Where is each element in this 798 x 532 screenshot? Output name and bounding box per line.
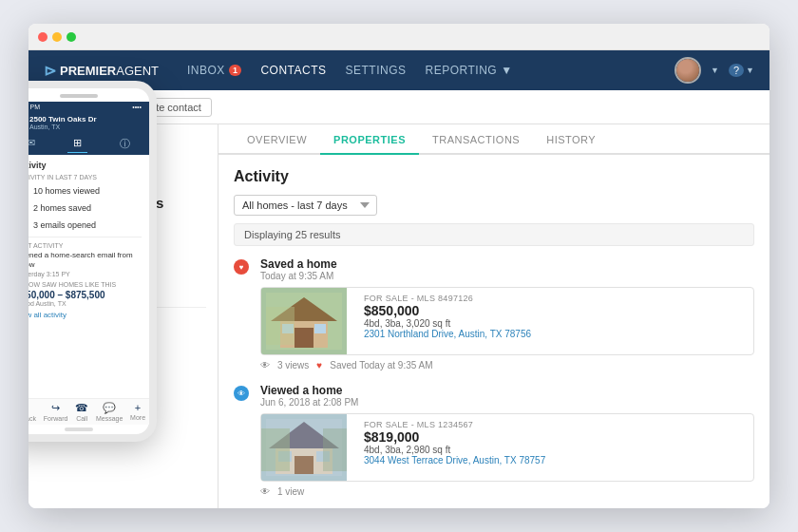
tab-overview-label: OVERVIEW xyxy=(247,134,307,145)
svg-rect-12 xyxy=(294,456,314,474)
phone-footer-forward[interactable]: ↪ Forward xyxy=(44,402,68,422)
viewed-eye-icon: 👁 xyxy=(234,386,249,401)
svg-rect-15 xyxy=(261,428,290,471)
saved-heart-icon: ♥ xyxy=(234,259,249,275)
tab-transactions[interactable]: TRANSACTIONS xyxy=(419,124,533,155)
phone-speaker xyxy=(60,94,98,98)
phone-tab-envelope[interactable]: ✉ xyxy=(28,135,41,153)
phone-view-all[interactable]: View all activity xyxy=(28,311,142,319)
phone-footer-message-label: Message xyxy=(96,415,123,422)
browser-dot-yellow[interactable] xyxy=(52,32,62,42)
nav-right: ▼ ? ▼ xyxy=(674,57,754,84)
listing-stats-2: 👁 1 view xyxy=(260,486,754,497)
tab-history-label: HISTORY xyxy=(546,134,596,145)
activity-action-1: Saved a home xyxy=(260,257,754,271)
tab-transactions-label: TRANSACTIONS xyxy=(432,134,520,145)
listing-stats-1: 👁 3 views ♥ Saved Today at 9:35 AM xyxy=(260,360,754,370)
phone-tab-info[interactable]: ⓘ xyxy=(114,135,136,153)
phone-home-button[interactable] xyxy=(65,428,93,431)
phone-time: 1:30 PM xyxy=(28,104,40,110)
browser-window: ⊳ PREMIERAGENT INBOX 1 CONTACTS SETTINGS… xyxy=(28,24,770,508)
activity-content-2: Viewed a home Jun 6, 2018 at 2:08 PM xyxy=(260,384,754,497)
browser-dot-green[interactable] xyxy=(66,32,76,42)
activity-section: Activity All homes - last 7 days All hom… xyxy=(218,155,770,508)
detail-tabs: OVERVIEW PROPERTIES TRANSACTIONS HISTORY xyxy=(218,124,770,155)
activity-date-2: Jun 6, 2018 at 2:08 PM xyxy=(260,397,754,408)
phone-section-title: Activity xyxy=(28,161,142,170)
listing-photo-1 xyxy=(261,288,347,354)
listing-label-2: FOR SALE - MLS 1234567 xyxy=(364,420,746,429)
phone-footer-more[interactable]: + More xyxy=(130,402,145,422)
nav-inbox-label: INBOX xyxy=(187,64,225,77)
nav-logo-subtext: AGENT xyxy=(116,64,159,78)
listing-price-2: $819,000 xyxy=(364,429,746,445)
tab-overview[interactable]: OVERVIEW xyxy=(234,124,320,155)
phone-footer: ↩ Go back ↪ Forward ☎ Call 💬 Message + xyxy=(28,398,149,425)
phone-views-text: 10 homes viewed xyxy=(33,186,100,196)
listing-address-1: 2301 Northland Drive, Austin, TX 78756 xyxy=(364,329,746,339)
nav-help[interactable]: ? ▼ xyxy=(729,64,754,77)
nav-contacts-label: CONTACTS xyxy=(260,64,326,77)
listing-saved-1: Saved Today at 9:35 AM xyxy=(330,360,432,370)
phone-saved-text: 2 homes saved xyxy=(33,203,91,213)
listing-price-1: $850,000 xyxy=(364,303,746,318)
phone-address-bar: ← 2500 Twin Oaks Dr Austin, TX xyxy=(28,112,149,133)
listing-specs-2: 4bd, 3ba, 2,980 sq ft xyxy=(364,445,746,455)
listing-views-2: 1 view xyxy=(277,486,304,497)
eye-icon-2: 👁 xyxy=(260,486,270,497)
nav-avatar-dropdown-icon[interactable]: ▼ xyxy=(711,66,719,75)
reporting-dropdown-icon: ▼ xyxy=(501,64,512,77)
results-bar: Displaying 25 results xyxy=(234,223,754,246)
nav-avatar-image xyxy=(676,59,699,82)
detail-panel: OVERVIEW PROPERTIES TRANSACTIONS HISTORY… xyxy=(218,124,770,508)
phone-address-block: 2500 Twin Oaks Dr Austin, TX xyxy=(29,115,97,130)
phone-footer-call-label: Call xyxy=(76,415,87,422)
phone-homes-label: ZILLOW SAW HOMES LIKE THIS xyxy=(28,281,142,288)
svg-rect-6 xyxy=(314,324,326,333)
activity-date-1: Today at 9:35 AM xyxy=(260,271,754,281)
nav-avatar[interactable] xyxy=(674,57,701,84)
phone-stat-saved: ♥ 2 homes saved xyxy=(28,201,142,215)
nav-reporting[interactable]: REPORTING ▼ xyxy=(426,64,513,77)
phone-footer-call[interactable]: ☎ Call xyxy=(75,402,88,422)
phone-screen: 1:30 PM •••• ← 2500 Twin Oaks Dr Austin,… xyxy=(28,102,149,425)
phone-tab-activity[interactable]: ⊞ xyxy=(67,135,87,153)
nav-inbox[interactable]: INBOX 1 xyxy=(187,64,241,77)
phone-status-bar: 1:30 PM •••• xyxy=(28,102,149,112)
activity-content-1: Saved a home Today at 9:35 AM xyxy=(260,257,754,370)
phone-address: 2500 Twin Oaks Dr xyxy=(29,115,97,124)
phone-emails-text: 3 emails opened xyxy=(33,220,96,230)
nav-settings[interactable]: SETTINGS xyxy=(346,64,407,77)
activity-title: Activity xyxy=(234,168,754,185)
listing-views-1: 3 views xyxy=(277,360,309,370)
phone-activity-desc: Opened a home-search email fromZillow xyxy=(28,251,142,271)
activity-filter-select[interactable]: All homes - last 7 days All homes - last… xyxy=(234,195,377,216)
activity-action-2: Viewed a home xyxy=(260,384,754,397)
phone-footer-goback[interactable]: ↩ Go back xyxy=(28,402,36,422)
listing-photo-2 xyxy=(261,414,347,481)
tab-history[interactable]: HISTORY xyxy=(533,124,609,155)
phone-homes-price: $750,000 – $875,500 xyxy=(28,290,142,300)
nav-contacts[interactable]: CONTACTS xyxy=(260,64,326,77)
phone-activity-when: Yesterday 3:15 PY xyxy=(28,271,142,277)
tab-properties[interactable]: PROPERTIES xyxy=(320,124,419,155)
svg-rect-7 xyxy=(266,307,294,345)
nav-help-icon: ? xyxy=(729,64,744,77)
phone-last-activity-label: LAST ACTIVITY xyxy=(28,242,142,249)
phone-stat-emails: ✉ 3 emails opened xyxy=(28,218,142,232)
svg-rect-4 xyxy=(294,328,314,348)
phone-address-sub: Austin, TX xyxy=(29,124,97,130)
phone-footer-goback-label: Go back xyxy=(28,415,36,422)
eye-icon-1: 👁 xyxy=(260,360,270,370)
activity-item-viewed: 👁 Viewed a home Jun 6, 2018 at 2:08 PM xyxy=(234,384,754,497)
phone-signal: •••• xyxy=(132,104,142,110)
listing-specs-1: 4bd, 3ba, 3,020 sq ft xyxy=(364,318,746,329)
phone-footer-message[interactable]: 💬 Message xyxy=(96,402,123,422)
phone-forward-icon: ↪ xyxy=(51,402,60,414)
nav-logo-text: PREMIERAGENT xyxy=(60,64,159,78)
phone-section-sub: ACTIVITY IN LAST 7 DAYS xyxy=(28,174,142,180)
browser-chrome xyxy=(28,24,770,50)
browser-dot-red[interactable] xyxy=(38,32,48,42)
svg-rect-16 xyxy=(323,428,347,471)
activity-item-saved: ♥ Saved a home Today at 9:35 AM xyxy=(234,257,754,370)
